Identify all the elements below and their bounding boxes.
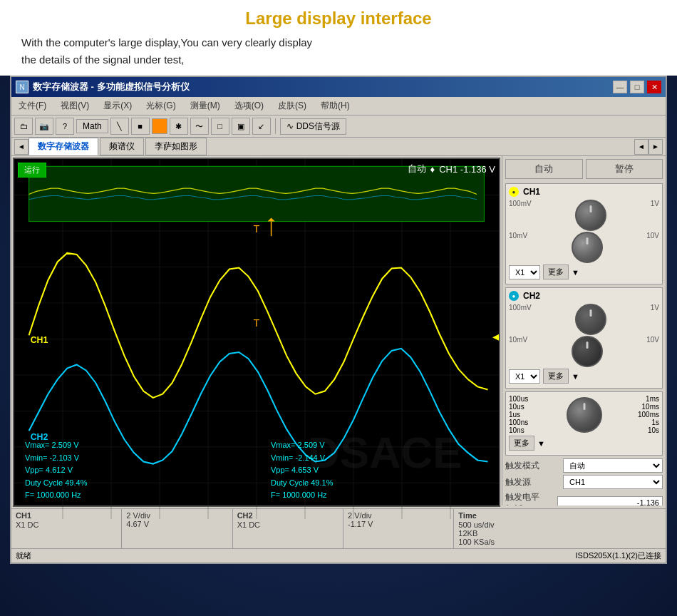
toolbar-btn-arrow[interactable]: ↙ [252,118,271,135]
toolbar-btn-waveform[interactable]: 〜 [190,118,209,135]
ch1-info-coupling: X1 DC [16,520,117,529]
ch1-section: ● CH1 100mV 1V 10mV 10V [505,183,663,284]
ch1-knob1[interactable] [575,200,606,231]
toolbar-btn-camera[interactable]: 📷 [35,118,53,135]
ch1-select-row: X1 更多 ▼ [509,265,659,279]
main-content: 运行 自动 ♦ CH1 -1.136 V [11,156,666,508]
ch2-knob2[interactable] [572,336,603,367]
svg-text:◄: ◄ [490,331,499,344]
menu-measure[interactable]: 测量(M) [186,98,224,113]
dds-button[interactable]: ∿ DDS信号源 [280,118,346,135]
ch2-measurements-left: Vmax= 2.509 V Vmin= -2.103 V Vpp= 4.612 … [25,439,87,502]
ch1-knob2-max: 10V [646,232,659,263]
ch2-knob2-max: 10V [646,336,659,367]
toolbar-btn-folder[interactable]: 🗀 [14,118,33,135]
time-label5: 1us [509,411,562,419]
scope-status-bar: 自动 ♦ CH1 -1.136 V [408,163,495,175]
trigger-icon: ♦ [430,164,435,175]
auto-button[interactable]: 自动 [505,159,583,179]
ch1-offset: 4.67 V [126,520,227,528]
toolbar-btn-help[interactable]: ? [56,118,74,135]
toolbar: 🗀 📷 ? Math ╲ ■ ✱ 〜 □ ▣ ↙ ∿ DDS信号源 [11,115,666,138]
menu-skin[interactable]: 皮肤(S) [274,98,311,113]
trigger-section: 触发模式 自动 触发源 CH1 触发电平(mV) [505,458,663,505]
ch2-section: ● CH2 100mV 1V 10mV 10V [505,287,663,389]
trigger-mode-label: 触发模式 [505,460,559,472]
trigger-level-row: 触发电平(mV) [505,491,663,505]
menu-view[interactable]: 视图(V) [56,98,93,113]
ch2-knob2-min: 10mV [509,336,527,367]
menu-options[interactable]: 选项(O) [230,98,268,113]
ch2-knob1[interactable] [575,304,606,335]
ch2-select-row: X1 更多 ▼ [509,369,659,384]
time-knob[interactable] [567,397,602,433]
svg-text:T: T [254,223,260,235]
page-title: Large display interface [21,9,656,29]
trigger-source-row: 触发源 CH1 [505,475,663,489]
window-title: 数字存储波器 - 多功能虚拟信号分析仪 [33,81,190,93]
header-section: Large display interface With the compute… [0,0,677,76]
toolbar-btn-color[interactable] [152,118,167,134]
vmin-left: Vmin= -2.103 V [25,452,87,465]
toolbar-btn-box[interactable]: □ [211,118,229,135]
menu-file[interactable]: 文件(F) [14,98,51,113]
tab-prev-button[interactable]: ◄ [14,139,29,155]
ch1-probe-select[interactable]: X1 [509,265,540,279]
ch1-more-arrow: ▼ [572,268,579,277]
toolbar-btn-star[interactable]: ✱ [170,118,188,135]
tab-prev-small[interactable]: ◄ [634,139,648,155]
right-panel: 自动 暂停 ● CH1 100mV 1V [502,156,666,505]
svg-text:T: T [254,317,260,329]
ch1-dot: ● [512,189,516,195]
ch2-name: CH2 [523,291,540,301]
tab-oscilloscope[interactable]: 数字存储波器 [29,138,98,155]
duty-right: Duty Cycle 49.1% [271,477,333,490]
time-label7: 100ns [509,419,562,426]
tab-spectrum[interactable]: 频谱仪 [100,138,144,155]
time-label9: 10ns [509,426,562,434]
trigger-mode-select[interactable]: 自动 [563,458,663,473]
time-more-button[interactable]: 更多 [509,436,534,451]
ch2-probe-select[interactable]: X1 [509,369,540,384]
tab-lissajous[interactable]: 李萨如图形 [145,138,207,155]
trigger-level-input[interactable] [557,496,663,506]
ch1-knob2[interactable] [572,232,603,263]
time-label6: 100ms [606,411,660,419]
ch2-more-arrow: ▼ [572,372,579,381]
close-button[interactable]: ✕ [647,81,661,93]
time-section: 100us 10us 1us 100ns 10ns 1ms 10ms 100ms… [505,391,663,456]
vmin-right: Vmin= -2.144 V [271,452,333,465]
menu-help[interactable]: 帮助(H) [316,98,354,113]
ch1-knob1-min: 100mV [509,200,532,231]
ch1-more-button[interactable]: 更多 [543,265,569,279]
header-description: With the computer's large display,You ca… [21,34,656,68]
dds-wave-icon: ∿ [286,121,294,131]
ch2-more-button[interactable]: 更多 [543,369,569,384]
ch1-knob2-min: 10mV [509,232,527,263]
duty-left: Duty Cycle 49.4% [25,477,87,490]
ch2-knob1-max: 1V [651,304,659,335]
menu-display[interactable]: 显示(X) [99,98,136,113]
time-label4: 10ms [606,403,660,411]
menu-cursor[interactable]: 光标(G) [142,98,180,113]
minimize-button[interactable]: — [613,81,627,93]
stop-button[interactable]: 暂停 [586,159,663,179]
toolbar-btn-box2[interactable]: ▣ [232,118,250,135]
svg-text:CH1: CH1 [31,335,48,345]
trigger-source-select[interactable]: CH1 [563,475,663,489]
toolbar-btn-rect[interactable]: ■ [131,118,150,135]
maximize-button[interactable]: □ [630,81,644,93]
trigger-mode-row: 触发模式 自动 [505,458,663,473]
tab-next-small[interactable]: ► [648,139,663,155]
trigger-source-label: 触发源 [505,476,559,488]
app-icon: N [16,81,29,93]
toolbar-btn-cursor[interactable]: ╲ [110,118,129,135]
oscilloscope-display: 运行 自动 ♦ CH1 -1.136 V [13,158,500,507]
toolbar-math-label[interactable]: Math [76,119,108,133]
status-bar: 就绪 ISDS205X(1.1)(2)已连接 [11,548,666,563]
ch2-indicator: ● [509,291,519,301]
time-sample: 100 KSa/s [458,538,661,546]
trigger-level-label: 触发电平(mV) [505,491,553,505]
vpp-right: Vpp= 4.653 V [271,464,333,477]
time-label2: 1ms [606,395,660,403]
